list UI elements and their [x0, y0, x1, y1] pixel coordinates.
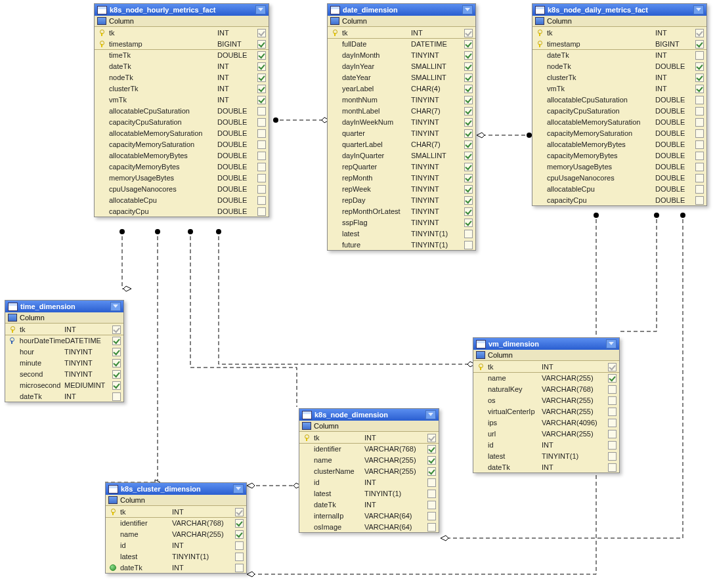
- column-row[interactable]: capacityMemorySaturationDOUBLE: [95, 138, 269, 150]
- nullable-checkbox[interactable]: [464, 196, 473, 205]
- column-row[interactable]: memoryUsageBytesDOUBLE: [532, 161, 706, 172]
- nullable-checkbox[interactable]: [257, 62, 266, 71]
- collapse-icon[interactable]: [255, 5, 266, 14]
- nullable-checkbox[interactable]: [257, 85, 266, 93]
- nullable-checkbox[interactable]: [257, 29, 266, 37]
- column-row[interactable]: nameVARCHAR(255): [473, 372, 619, 383]
- nullable-checkbox[interactable]: [464, 129, 473, 138]
- nullable-checkbox[interactable]: [695, 62, 704, 71]
- nullable-checkbox[interactable]: [695, 163, 704, 171]
- nullable-checkbox[interactable]: [464, 163, 473, 171]
- nullable-checkbox[interactable]: [427, 501, 436, 509]
- column-row[interactable]: microsecondMEDIUMINT: [5, 379, 123, 390]
- collapse-icon[interactable]: [425, 410, 436, 419]
- nullable-checkbox[interactable]: [427, 523, 436, 532]
- column-row[interactable]: allocatableCpuSaturationDOUBLE: [532, 94, 706, 105]
- column-row[interactable]: timestampBIGINT: [532, 38, 706, 49]
- nullable-checkbox[interactable]: [464, 29, 473, 37]
- column-row[interactable]: capacityCpuDOUBLE: [95, 205, 269, 217]
- column-row[interactable]: monthNumTINYINT: [328, 94, 475, 105]
- column-row[interactable]: allocatableCpuSaturationDOUBLE: [95, 105, 269, 116]
- column-row[interactable]: capacityMemoryBytesDOUBLE: [532, 150, 706, 161]
- nullable-checkbox[interactable]: [464, 62, 473, 71]
- column-row[interactable]: dateTkINT: [5, 390, 123, 402]
- nullable-checkbox[interactable]: [257, 207, 266, 216]
- column-row[interactable]: quarterTINYINT: [328, 127, 475, 138]
- nullable-checkbox[interactable]: [235, 530, 244, 539]
- column-row[interactable]: allocatableCpuDOUBLE: [95, 194, 269, 205]
- column-row[interactable]: dateTkINT: [473, 461, 619, 472]
- column-row[interactable]: allocatableCpuDOUBLE: [532, 183, 706, 194]
- column-row[interactable]: tkINT: [473, 361, 619, 372]
- column-row[interactable]: dateYearSMALLINT: [328, 72, 475, 83]
- nullable-checkbox[interactable]: [257, 129, 266, 138]
- column-row[interactable]: urlVARCHAR(255): [473, 428, 619, 439]
- nullable-checkbox[interactable]: [695, 129, 704, 138]
- nullable-checkbox[interactable]: [695, 140, 704, 149]
- nullable-checkbox[interactable]: [427, 445, 436, 453]
- column-row[interactable]: timestampBIGINT: [95, 38, 269, 49]
- column-row[interactable]: futureTINYINT(1): [328, 239, 475, 250]
- table-k8s-node-daily-metrics-fact[interactable]: k8s_node_daily_metrics_factColumntkINTti…: [532, 3, 707, 206]
- nullable-checkbox[interactable]: [695, 96, 704, 104]
- nullable-checkbox[interactable]: [608, 363, 617, 371]
- nullable-checkbox[interactable]: [257, 152, 266, 160]
- column-row[interactable]: fullDateDATETIME: [328, 38, 475, 49]
- table-title-bar[interactable]: k8s_cluster_dimension: [106, 483, 246, 495]
- nullable-checkbox[interactable]: [464, 96, 473, 104]
- column-row[interactable]: identifierVARCHAR(768): [106, 517, 246, 528]
- nullable-checkbox[interactable]: [695, 74, 704, 82]
- column-row[interactable]: capacityCpuSaturationDOUBLE: [95, 116, 269, 127]
- nullable-checkbox[interactable]: [695, 51, 704, 60]
- nullable-checkbox[interactable]: [695, 118, 704, 127]
- nullable-checkbox[interactable]: [464, 185, 473, 194]
- collapse-icon[interactable]: [110, 302, 121, 311]
- column-row[interactable]: osVARCHAR(255): [473, 394, 619, 406]
- nullable-checkbox[interactable]: [695, 174, 704, 182]
- nullable-checkbox[interactable]: [608, 408, 617, 416]
- table-title-bar[interactable]: k8s_node_daily_metrics_fact: [532, 4, 706, 16]
- table-title-bar[interactable]: k8s_node_hourly_metrics_fact: [95, 4, 269, 16]
- nullable-checkbox[interactable]: [427, 467, 436, 476]
- column-row[interactable]: quarterLabelCHAR(7): [328, 138, 475, 150]
- nullable-checkbox[interactable]: [112, 370, 121, 379]
- column-row[interactable]: latestTINYINT(1): [473, 450, 619, 461]
- nullable-checkbox[interactable]: [235, 508, 244, 516]
- nullable-checkbox[interactable]: [695, 196, 704, 205]
- column-row[interactable]: latestTINYINT(1): [299, 488, 439, 499]
- column-row[interactable]: clusterTkINT: [532, 72, 706, 83]
- table-k8s-cluster-dimension[interactable]: k8s_cluster_dimensionColumntkINTidentifi…: [105, 482, 247, 574]
- nullable-checkbox[interactable]: [464, 140, 473, 149]
- column-row[interactable]: osImageVARCHAR(64): [299, 521, 439, 532]
- column-row[interactable]: sspFlagTINYINT: [328, 217, 475, 228]
- column-row[interactable]: memoryUsageBytesDOUBLE: [95, 172, 269, 183]
- column-row[interactable]: vmTkINT: [532, 83, 706, 94]
- table-title-bar[interactable]: date_dimension: [328, 4, 475, 16]
- column-row[interactable]: clusterTkINT: [95, 83, 269, 94]
- nullable-checkbox[interactable]: [112, 392, 121, 401]
- column-row[interactable]: nodeTkDOUBLE: [532, 60, 706, 72]
- nullable-checkbox[interactable]: [257, 163, 266, 171]
- column-row[interactable]: naturalKeyVARCHAR(768): [473, 383, 619, 394]
- column-row[interactable]: tkINT: [5, 324, 123, 335]
- column-row[interactable]: identifierVARCHAR(768): [299, 443, 439, 454]
- nullable-checkbox[interactable]: [695, 107, 704, 116]
- column-row[interactable]: ipsVARCHAR(4096): [473, 417, 619, 428]
- nullable-checkbox[interactable]: [464, 118, 473, 127]
- column-row[interactable]: tkINT: [95, 27, 269, 38]
- column-row[interactable]: capacityCpuDOUBLE: [532, 194, 706, 205]
- column-row[interactable]: repMonthOrLatestTINYINT: [328, 205, 475, 217]
- nullable-checkbox[interactable]: [608, 441, 617, 450]
- nullable-checkbox[interactable]: [257, 174, 266, 182]
- column-row[interactable]: idINT: [473, 439, 619, 450]
- nullable-checkbox[interactable]: [464, 152, 473, 160]
- column-row[interactable]: idINT: [299, 476, 439, 488]
- nullable-checkbox[interactable]: [695, 40, 704, 49]
- nullable-checkbox[interactable]: [257, 96, 266, 104]
- nullable-checkbox[interactable]: [608, 419, 617, 427]
- nullable-checkbox[interactable]: [257, 196, 266, 205]
- nullable-checkbox[interactable]: [235, 564, 244, 572]
- nullable-checkbox[interactable]: [695, 152, 704, 160]
- column-row[interactable]: repDayTINYINT: [328, 194, 475, 205]
- nullable-checkbox[interactable]: [257, 185, 266, 194]
